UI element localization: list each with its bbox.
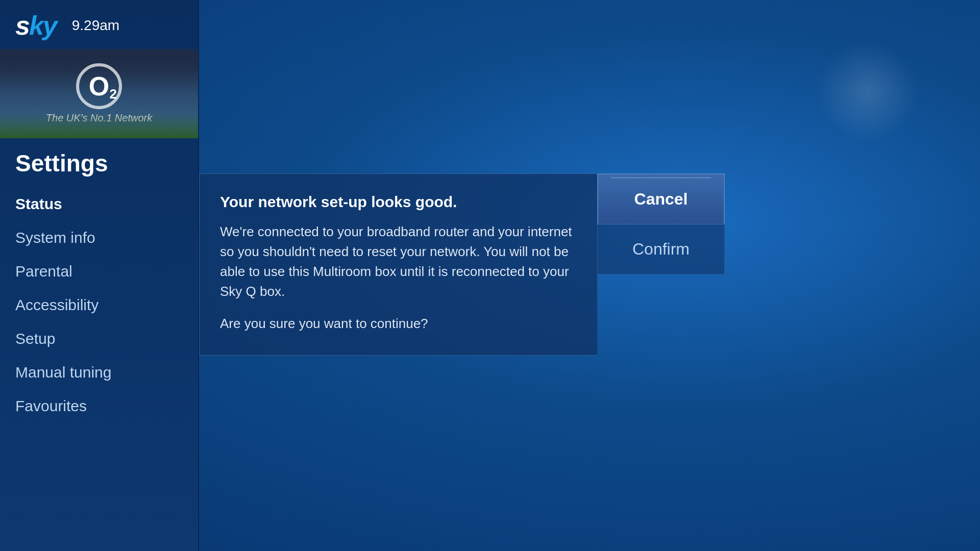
confirm-button[interactable]: Confirm: [597, 224, 725, 274]
dialog-container: Your network set-up looks good. We're co…: [199, 173, 980, 356]
cancel-button[interactable]: Cancel: [597, 173, 725, 224]
o2-logo: O 2: [76, 63, 122, 109]
sidebar-item-favourites[interactable]: Favourites: [0, 389, 198, 423]
sidebar: sky 9.29am O 2 The UK's No.1 Network Set…: [0, 0, 199, 551]
dialog-title: Your network set-up looks good.: [220, 193, 577, 211]
sidebar-item-system-info[interactable]: System info: [0, 221, 198, 255]
nav-list: Status System info Parental Accessibilit…: [0, 182, 198, 551]
background-decoration: [817, 41, 919, 143]
sky-logo: sky: [15, 12, 57, 39]
sidebar-header: sky 9.29am: [0, 0, 198, 49]
main-content: Your network set-up looks good. We're co…: [199, 0, 980, 551]
sidebar-item-parental[interactable]: Parental: [0, 255, 198, 288]
dialog-buttons: Cancel Confirm: [597, 173, 725, 274]
sidebar-item-setup[interactable]: Setup: [0, 322, 198, 356]
dialog-question: Are you sure you want to continue?: [220, 314, 577, 334]
sidebar-item-manual-tuning[interactable]: Manual tuning: [0, 356, 198, 389]
dialog-message-panel: Your network set-up looks good. We're co…: [199, 173, 597, 356]
sidebar-item-accessibility[interactable]: Accessibility: [0, 288, 198, 322]
page-title: Settings: [0, 138, 198, 182]
sidebar-item-status[interactable]: Status: [0, 187, 198, 221]
tv-thumbnail: O 2 The UK's No.1 Network: [0, 49, 198, 138]
dialog-body: We're connected to your broadband router…: [220, 222, 577, 302]
current-time: 9.29am: [72, 17, 119, 34]
